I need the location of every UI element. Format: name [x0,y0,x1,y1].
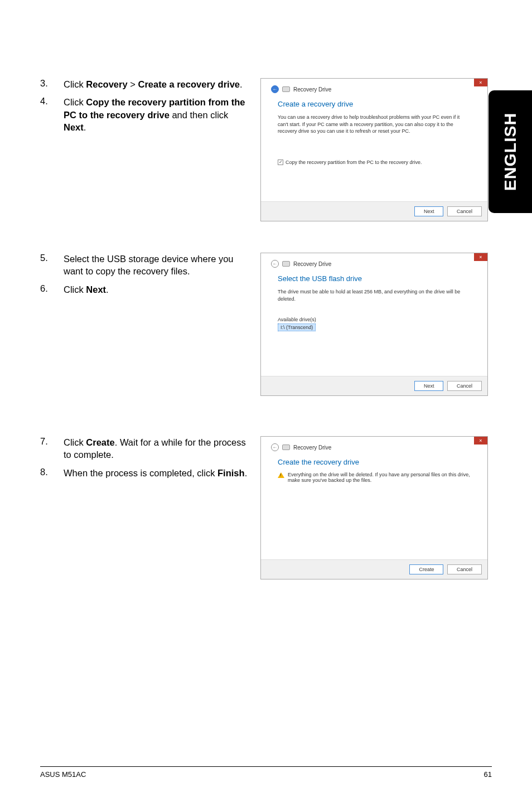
step-4-text: Click Copy the recovery partition from t… [64,96,249,133]
warning-icon [278,472,284,478]
steps-left-3: 7. Click Create. Wait for a while for th… [40,436,260,579]
dialog-2-body: Select the USB flash drive The drive mus… [261,270,487,376]
dialog-2-footer: Next Cancel [261,376,487,395]
back-icon[interactable]: ← [271,85,279,93]
step-3-num: 3. [40,78,64,90]
dialog-2-header: ← Recovery Drive [261,253,487,270]
close-icon[interactable]: × [474,79,487,86]
next-button[interactable]: Next [414,206,444,216]
step-group-3: 7. Click Create. Wait for a while for th… [40,436,492,579]
dialog-create-recovery: × ← Recovery Drive Create a recovery dri… [260,78,488,221]
cancel-button[interactable]: Cancel [447,564,482,574]
dialog-1-heading: Create a recovery drive [278,100,471,108]
step-8-text: When the process is completed, click Fin… [64,467,247,479]
checkbox-label: Copy the recovery partition from the PC … [286,160,422,165]
step-7-text: Click Create. Wait for a while for the p… [64,436,249,461]
dialog-1-header: ← Recovery Drive [261,79,487,95]
steps-left-1: 3. Click Recovery > Create a recovery dr… [40,78,260,221]
step-5-num: 5. [40,253,64,278]
drive-item-transcend[interactable]: I:\ (Transcend) [278,323,316,331]
dialog-1-desc: You can use a recovery drive to help tro… [278,114,471,135]
dialog-1-wrap: × ← Recovery Drive Create a recovery dri… [260,78,488,221]
dialog-3-footer: Create Cancel [261,559,487,579]
page-content: 3. Click Recovery > Create a recovery dr… [0,0,532,579]
back-icon[interactable]: ← [271,443,279,451]
step-group-2: 5. Select the USB storage device where y… [40,253,492,396]
drive-icon [282,261,290,267]
step-4-num: 4. [40,96,64,133]
dialog-3-body: Create the recovery drive Everything on … [261,453,487,559]
step-6-num: 6. [40,283,64,296]
step-group-1: 3. Click Recovery > Create a recovery dr… [40,78,492,221]
dialog-2-heading: Select the USB flash drive [278,274,471,283]
dialog-select-usb: × ← Recovery Drive Select the USB flash … [260,253,488,396]
dialog-3-header: ← Recovery Drive [261,437,487,453]
dialog-1-footer: Next Cancel [261,201,487,221]
side-tab-label: ENGLISH [501,113,520,191]
step-6-text: Click Next. [64,283,109,296]
dialog-2-desc: The drive must be able to hold at least … [278,288,471,302]
footer-left: ASUS M51AC [40,770,86,779]
dialog-3-wrap: × ← Recovery Drive Create the recovery d… [260,436,488,579]
drive-icon [282,445,290,450]
create-button[interactable]: Create [409,564,443,574]
close-icon[interactable]: × [474,437,487,445]
steps-left-2: 5. Select the USB storage device where y… [40,253,260,396]
dialog-3-warn-text: Everything on the drive will be deleted.… [288,472,471,483]
close-icon[interactable]: × [474,253,487,261]
dialog-3-heading: Create the recovery drive [278,458,471,466]
step-8-num: 8. [40,467,64,479]
step-5-text: Select the USB storage device where you … [64,253,249,278]
dialog-1-body: Create a recovery drive You can use a re… [261,95,487,201]
dialog-2-wrap: × ← Recovery Drive Select the USB flash … [260,253,488,396]
page-footer: ASUS M51AC 61 [40,766,492,779]
cancel-button[interactable]: Cancel [447,381,482,391]
drive-icon [282,86,290,92]
dialog-1-breadcrumb: Recovery Drive [293,86,331,93]
dialog-3-warning: Everything on the drive will be deleted.… [278,472,471,483]
drive-list-label: Available drive(s) [278,317,471,322]
dialog-3-breadcrumb: Recovery Drive [293,445,331,451]
next-button[interactable]: Next [414,381,444,391]
dialog-1-checkbox-row: ✓ Copy the recovery partition from the P… [278,160,471,165]
step-3-text: Click Recovery > Create a recovery drive… [64,78,243,90]
dialog-2-breadcrumb: Recovery Drive [293,261,331,267]
dialog-create-drive: × ← Recovery Drive Create the recovery d… [260,436,488,579]
footer-page-number: 61 [484,770,492,779]
back-icon[interactable]: ← [271,260,279,268]
cancel-button[interactable]: Cancel [447,206,482,216]
side-tab: ENGLISH [489,90,532,213]
checkbox-copy-partition[interactable]: ✓ [278,160,283,165]
step-7-num: 7. [40,436,64,461]
